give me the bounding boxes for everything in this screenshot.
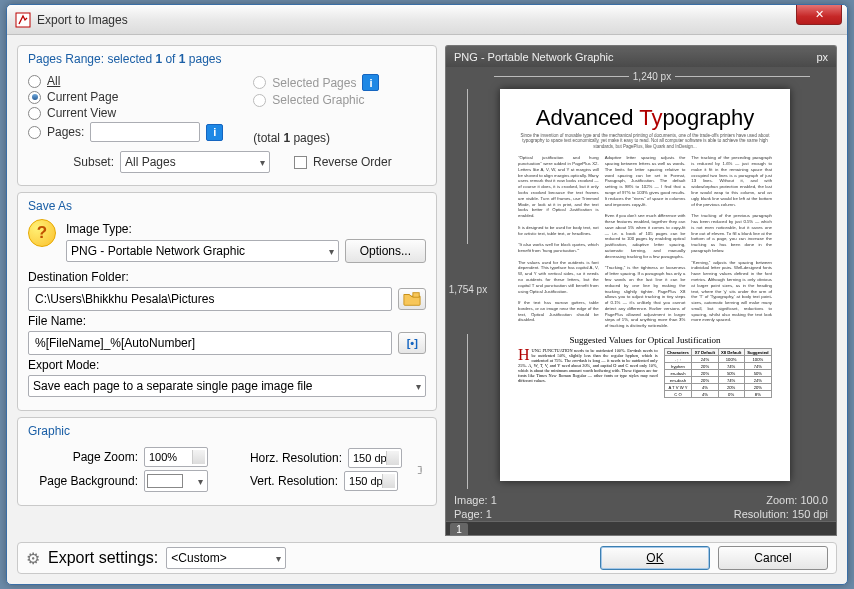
label-selected-graphic: Selected Graphic <box>272 93 364 107</box>
page-zoom-label: Page Zoom: <box>28 450 138 464</box>
browse-folder-button[interactable] <box>398 288 426 310</box>
dest-folder-label: Destination Folder: <box>28 270 129 284</box>
doc-title: Advanced Typography <box>518 105 772 131</box>
radio-all[interactable] <box>28 75 41 88</box>
doc-col-2: Adaptive letter spacing adjusts the spac… <box>605 155 686 329</box>
label-selected-pages: Selected Pages <box>272 76 356 90</box>
titlebar[interactable]: Export to Images ✕ <box>7 5 847 35</box>
reverse-order-label: Reverse Order <box>313 155 392 169</box>
label-all: All <box>47 74 60 88</box>
doc-col-1: "Optical justification and hung punctuat… <box>518 155 599 329</box>
pages-input[interactable] <box>90 122 200 142</box>
page-bg-label: Page Background: <box>28 474 138 488</box>
export-mode-label: Export Mode: <box>28 358 99 372</box>
save-as-group: Save As ? Image Type: PNG - Portable Net… <box>17 192 437 411</box>
preview-panel: PNG - Portable Network Graphic px 1,240 … <box>445 45 837 536</box>
save-as-title: Save As <box>28 199 426 213</box>
gear-icon: ⚙ <box>26 549 40 568</box>
doc-subtitle: Since the invention of movable type and … <box>518 133 772 149</box>
doc-col-3: The tracking of the preceding paragraph … <box>691 155 772 329</box>
page-preview: Advanced Typography Since the invention … <box>500 89 790 481</box>
pages-info-icon[interactable]: i <box>206 124 223 141</box>
preview-footer: Image: 1 Zoom: 100.0 Page: 1 Resolution:… <box>446 493 836 535</box>
file-name-input[interactable]: %[FileName]_%[AutoNumber] <box>28 331 392 355</box>
doc-bottom-text: HUNG PUNCTUATION needs to be outdented 1… <box>518 348 658 398</box>
preview-header: PNG - Portable Network Graphic px <box>445 45 837 67</box>
preview-image-idx: Image: 1 <box>454 494 497 506</box>
preview-resolution: Resolution: 150 dpi <box>734 508 828 520</box>
page-bg-dropdown[interactable] <box>144 470 208 492</box>
file-name-label: File Name: <box>28 314 86 328</box>
help-icon[interactable]: ? <box>28 219 56 247</box>
bottom-bar: ⚙ Export settings: <Custom> OK Cancel <box>17 542 837 574</box>
vres-label: Vert. Resolution: <box>250 474 338 488</box>
pager-page-1[interactable]: 1 <box>450 523 468 537</box>
svg-rect-1 <box>413 293 419 298</box>
app-icon <box>15 12 31 28</box>
doc-heading2: Suggested Values for Optical Justificati… <box>518 335 772 345</box>
hres-label: Horz. Resolution: <box>250 451 342 465</box>
hres-input[interactable]: 150 dpi <box>348 448 402 468</box>
subset-label: Subset: <box>28 155 114 169</box>
preview-unit: px <box>816 51 828 63</box>
options-button[interactable]: Options... <box>345 239 426 263</box>
preview-pager[interactable]: 1 <box>446 521 836 536</box>
window-title: Export to Images <box>37 13 128 27</box>
page-zoom-input[interactable]: 100% <box>144 447 208 467</box>
radio-pages[interactable] <box>28 126 41 139</box>
dest-folder-input[interactable]: C:\Users\Bhikkhu Pesala\Pictures <box>28 287 392 311</box>
graphic-group: Graphic Page Zoom: 100% Page Background: <box>17 417 437 506</box>
ruler-top: 1,240 px <box>490 67 814 85</box>
pages-range-group: Pages Range: selected 1 of 1 pages All C… <box>17 45 437 186</box>
image-type-label: Image Type: <box>66 222 132 236</box>
ruler-left: 1,754 px <box>446 85 490 493</box>
total-pages-label: (total 1 pages) <box>253 131 330 145</box>
label-current-page: Current Page <box>47 90 118 104</box>
preview-format: PNG - Portable Network Graphic <box>454 51 614 63</box>
ok-button[interactable]: OK <box>600 546 710 570</box>
preview-page-idx: Page: 1 <box>454 508 492 520</box>
doc-table: CharactersX7 DefaultX8 DefaultSuggested … <box>664 348 772 398</box>
page-bg-swatch <box>147 474 183 488</box>
close-button[interactable]: ✕ <box>796 5 842 25</box>
image-type-dropdown[interactable]: PNG - Portable Network Graphic <box>66 240 339 262</box>
preview-viewport[interactable]: 1,240 px 1,754 px Advanced Typography Si… <box>445 67 837 536</box>
vres-input[interactable]: 150 dpi <box>344 471 398 491</box>
radio-current-page[interactable] <box>28 91 41 104</box>
export-mode-dropdown[interactable]: Save each page to a separate single page… <box>28 375 426 397</box>
export-settings-dropdown[interactable]: <Custom> <box>166 547 286 569</box>
export-to-images-dialog: Export to Images ✕ Pages Range: selected… <box>6 4 848 585</box>
radio-selected-pages <box>253 76 266 89</box>
pages-range-title: Pages Range: selected 1 of 1 pages <box>28 52 426 66</box>
label-pages: Pages: <box>47 125 84 139</box>
label-current-view: Current View <box>47 106 116 120</box>
file-name-macro-button[interactable]: [•] <box>398 332 426 354</box>
resolution-link-icon[interactable]: ┐┘ <box>416 463 426 477</box>
reverse-order-checkbox[interactable] <box>294 156 307 169</box>
subset-dropdown[interactable]: All Pages <box>120 151 270 173</box>
cancel-button[interactable]: Cancel <box>718 546 828 570</box>
export-settings-label: Export settings: <box>48 549 158 567</box>
radio-current-view[interactable] <box>28 107 41 120</box>
selected-pages-info-icon[interactable]: i <box>362 74 379 91</box>
preview-zoom: Zoom: 100.0 <box>766 494 828 506</box>
radio-selected-graphic <box>253 94 266 107</box>
graphic-title: Graphic <box>28 424 426 438</box>
